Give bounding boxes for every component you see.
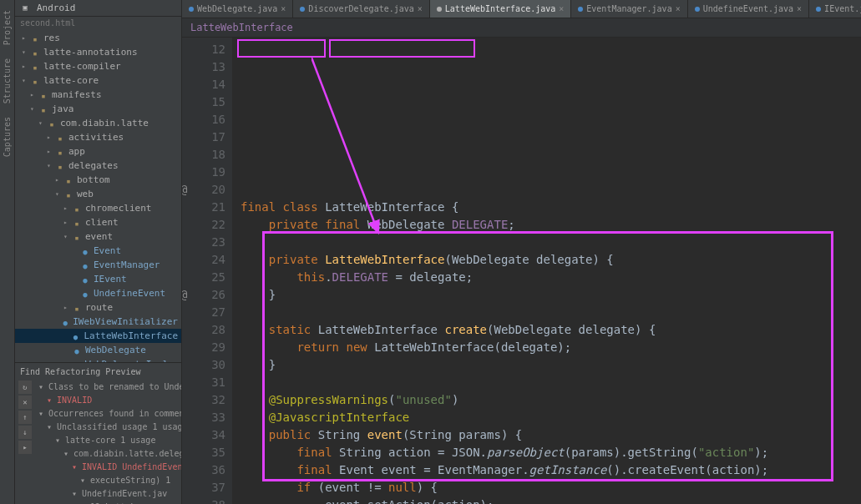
refactor-item[interactable]: ▾ Occurrences found in comments, string: [35, 407, 181, 421]
tree-label: WebDelegate: [85, 344, 146, 356]
tree-toggle-icon[interactable]: ▸: [30, 88, 38, 101]
editor-tab[interactable]: LatteWebInterface.java×: [430, 0, 571, 18]
tree-toggle-icon[interactable]: ▸: [47, 145, 55, 158]
breadcrumb[interactable]: LatteWebInterface: [182, 18, 861, 38]
highlight-final-class: [237, 39, 326, 58]
tree-item[interactable]: ▾▪java: [15, 102, 181, 116]
folder-icon: ▪: [55, 161, 65, 171]
project-tree[interactable]: ▸▪res▾▪latte-annotations▸▪latte-compiler…: [15, 29, 181, 362]
editor-tab[interactable]: EventManager.java×: [571, 0, 687, 18]
editor-tab-bar[interactable]: WebDelegate.java×DiscoverDelegate.java×L…: [182, 0, 861, 18]
tree-label: latte-compiler: [43, 60, 121, 73]
tree-item[interactable]: ▾▪latte-core: [15, 73, 181, 88]
code-area[interactable]: 1213141516171819@202122232425@2627282930…: [182, 38, 861, 504]
editor-tab[interactable]: DiscoverDelegate.java×: [293, 0, 429, 18]
refactor-btn-3[interactable]: ↑: [18, 411, 32, 424]
tree-toggle-icon[interactable]: ▸: [63, 301, 72, 314]
tree-item[interactable]: ▸▪app: [15, 144, 181, 159]
refactor-item[interactable]: ▾ Class to be renamed to UndefineEvent: [35, 381, 181, 394]
refactor-btn-1[interactable]: ↻: [18, 381, 32, 394]
tree-item[interactable]: ▸▪res: [15, 31, 181, 45]
tree-item[interactable]: ▸▪activities: [15, 130, 181, 144]
refactor-item[interactable]: ▾ UndefindEvent.jav: [35, 487, 181, 501]
tree-toggle-icon[interactable]: ▸: [22, 32, 30, 44]
tree-toggle-icon[interactable]: ▸: [63, 202, 72, 214]
tree-item[interactable]: ▸▪manifests: [15, 88, 181, 102]
refactor-item[interactable]: ▾ INVALID UndefindEven: [35, 461, 181, 474]
project-header[interactable]: ▣ Android: [15, 0, 181, 17]
editor-tab[interactable]: WebDelegate.java×: [182, 0, 293, 18]
close-icon[interactable]: ×: [797, 4, 802, 13]
tree-label: route: [85, 301, 113, 314]
folder-icon: ▪: [30, 62, 40, 72]
highlight-method-body: [262, 231, 833, 481]
tab-label: UndefineEvent.java: [703, 4, 793, 13]
refactor-btn-2[interactable]: ✕: [18, 396, 32, 409]
tree-label: latte-annotations: [43, 46, 138, 58]
tree-item[interactable]: ▸▪bottom: [15, 173, 181, 187]
refactor-tree[interactable]: ▾ Class to be renamed to UndefineEvent▾ …: [33, 379, 181, 504]
refactor-item[interactable]: ▾ com.diabin.latte.delegates.w: [35, 447, 181, 461]
tree-item[interactable]: ▾▪com.diabin.latte: [15, 116, 181, 130]
close-icon[interactable]: ×: [559, 4, 564, 13]
tree-item[interactable]: ●LatteWebInterface: [15, 329, 181, 343]
close-icon[interactable]: ×: [418, 4, 423, 13]
refactor-item[interactable]: ▾ INVALID: [35, 394, 181, 407]
tree-toggle-icon[interactable]: ▾: [55, 188, 63, 200]
tree-label: Event: [94, 244, 121, 257]
tree-label: EventManager: [94, 259, 160, 271]
tree-label: manifests: [52, 88, 102, 101]
sidebar-tab-project[interactable]: Project: [1, 3, 13, 52]
folder-icon: ▪: [63, 175, 73, 185]
tree-toggle-icon[interactable]: ▾: [30, 103, 38, 115]
refactor-btn-4[interactable]: ↓: [18, 426, 32, 439]
tree-toggle-icon[interactable]: ▾: [22, 46, 30, 58]
tree-label: IEvent: [94, 273, 127, 285]
close-icon[interactable]: ×: [676, 4, 681, 13]
folder-icon: ▪: [55, 147, 65, 157]
tree-toggle-icon[interactable]: ▾: [47, 159, 55, 172]
editor-tab[interactable]: IEvent.java×: [809, 0, 861, 18]
tab-status-icon: [189, 7, 194, 12]
tree-label: chromeclient: [85, 202, 151, 214]
tree-toggle-icon[interactable]: ▾: [63, 230, 72, 243]
refactor-item[interactable]: ▾ executeString) 1: [35, 474, 181, 487]
folder-icon: ▪: [72, 218, 82, 228]
sidebar-tab-captures[interactable]: Captures: [1, 110, 13, 164]
tree-label: event: [85, 230, 113, 243]
tab-label: LatteWebInterface.java: [445, 4, 555, 13]
close-icon[interactable]: ×: [281, 4, 286, 13]
tree-item[interactable]: ▾▪delegates: [15, 159, 181, 173]
tree-item[interactable]: ●WebDelegate: [15, 343, 181, 357]
tree-item[interactable]: ●UndefineEvent: [15, 286, 181, 300]
tree-item[interactable]: ▸▪client: [15, 215, 181, 229]
tree-toggle-icon[interactable]: ▸: [47, 131, 55, 144]
tree-label: UndefineEvent: [94, 287, 165, 300]
refactor-item[interactable]: ▾ latte-core 1 usage: [35, 434, 181, 447]
tree-item[interactable]: ▾▪event: [15, 229, 181, 244]
tree-toggle-icon[interactable]: ▸: [22, 60, 30, 73]
tree-toggle-icon[interactable]: ▸: [63, 216, 72, 229]
tree-item[interactable]: ▾▪web: [15, 187, 181, 201]
tree-toggle-icon[interactable]: ▾: [22, 74, 30, 87]
refactor-btn-5[interactable]: ▸: [18, 441, 32, 454]
tree-item[interactable]: ▸▪latte-compiler: [15, 59, 181, 73]
refactor-item[interactable]: ▾ 12 LatteLogger: [35, 501, 181, 504]
highlight-classname: [329, 39, 475, 58]
tree-item[interactable]: ●EventManager: [15, 258, 181, 272]
tree-item[interactable]: ▸▪chromeclient: [15, 201, 181, 215]
tree-item[interactable]: ▾▪latte-annotations: [15, 45, 181, 59]
tree-toggle-icon[interactable]: ▾: [38, 117, 47, 129]
tree-item[interactable]: ●IEvent: [15, 272, 181, 286]
tree-label: app: [68, 145, 85, 158]
tree-item[interactable]: ▸▪route: [15, 300, 181, 315]
tree-item[interactable]: ●IWebViewInitializer: [15, 315, 181, 329]
refactor-item[interactable]: ▾ Unclassified usage 1 usage: [35, 421, 181, 434]
tree-toggle-icon[interactable]: ▸: [55, 174, 63, 186]
code-content[interactable]: final class LatteWebInterface { private …: [232, 38, 861, 504]
tree-item[interactable]: ●Event: [15, 244, 181, 258]
editor-tab[interactable]: UndefineEvent.java×: [688, 0, 809, 18]
left-tool-strip: Project Structure Captures: [0, 0, 15, 504]
folder-icon: ▪: [30, 48, 40, 58]
sidebar-tab-structure[interactable]: Structure: [1, 52, 13, 110]
